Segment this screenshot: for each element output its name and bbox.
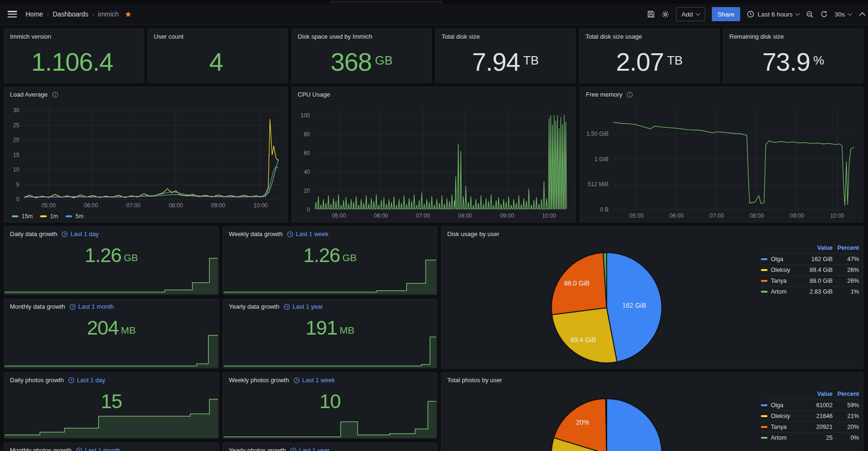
panel-title[interactable]: Remaining disk size — [724, 29, 863, 41]
time-override-link[interactable]: Last 1 year — [290, 447, 329, 451]
panel-total-disk-size: Total disk size 7.94TB — [435, 29, 576, 83]
clock-icon — [287, 231, 293, 238]
series-label[interactable]: Oleksiy — [761, 267, 797, 273]
panel-title[interactable]: Yearly photos growth Last 1 year — [223, 443, 437, 451]
legend-table-row[interactable]: Oleksiy89.4 GiB26% — [761, 264, 859, 275]
svg-text:07:00: 07:00 — [416, 213, 430, 219]
legend-item[interactable]: 15m — [12, 213, 33, 220]
legend-item[interactable]: 5m — [66, 213, 83, 220]
chevron-up-icon[interactable] — [858, 10, 867, 18]
svg-text:89.4 GiB: 89.4 GiB — [570, 336, 596, 344]
favorite-star-icon[interactable]: ★ — [125, 9, 132, 19]
svg-text:0 B: 0 B — [600, 206, 609, 213]
disk-usage-pie-chart[interactable]: 162 GiB89.4 GiB88.0 GiB — [442, 241, 759, 368]
series-percent: 20% — [833, 424, 859, 430]
legend-swatch — [66, 215, 72, 217]
panel-title[interactable]: Total disk size — [436, 29, 575, 41]
time-override-link[interactable]: Last 1 week — [287, 230, 328, 238]
panel-title[interactable]: Monthly data growth Last 1 month — [4, 299, 218, 311]
refresh-icon[interactable] — [820, 10, 828, 18]
svg-text:100: 100 — [300, 112, 310, 119]
series-color-chip — [761, 291, 768, 293]
total-photos-pie-chart[interactable]: 59%21%20% — [442, 387, 759, 451]
cpu-usage-chart[interactable]: 02040608010005:0006:0007:0008:0009:0010:… — [295, 101, 573, 220]
panel-title[interactable]: Load Average — [4, 87, 287, 98]
series-percent: 26% — [833, 278, 859, 284]
load-average-chart[interactable]: 05101520253005:0006:0007:0008:0009:0010:… — [7, 101, 284, 210]
series-percent: 59% — [833, 402, 859, 409]
time-override-link[interactable]: Last 1 month — [69, 303, 114, 311]
legend-table-row[interactable]: Tanya2092120% — [761, 421, 859, 432]
series-label[interactable]: Olga — [761, 256, 797, 262]
panel-total-photos-by-user: Total photos by user 59%21%20% Value Per… — [441, 372, 863, 451]
column-header-percent[interactable]: Percent — [833, 245, 859, 251]
gear-icon[interactable] — [661, 10, 669, 18]
panel-title[interactable]: User count — [148, 29, 287, 41]
nav-actions: Add Share Last 6 hours 30s — [647, 7, 862, 21]
panel-monthly-photos-growth: Monthly photos growth Last 1 month — [4, 443, 219, 451]
time-override-link[interactable]: Last 1 day — [68, 377, 105, 384]
legend-table-row[interactable]: Tanya88.0 GiB26% — [761, 275, 859, 286]
panel-title[interactable]: Monthly photos growth Last 1 month — [4, 443, 218, 451]
panel-title[interactable]: Yearly data growth Last 1 year — [223, 299, 437, 311]
legend-table-row[interactable]: Olga162 GiB47% — [761, 254, 859, 264]
series-color-chip — [761, 404, 768, 406]
panel-load-average: Load Average 05101520253005:0006:0007:00… — [4, 87, 288, 222]
panel-free-memory: Free memory 0 B512 MiB1 GiB1.50 GiB05:00… — [580, 87, 863, 222]
panel-cpu-usage: CPU Usage 02040608010005:0006:0007:0008:… — [292, 87, 576, 222]
column-header-value[interactable]: Value — [797, 391, 833, 397]
zoom-out-icon[interactable] — [806, 10, 814, 18]
panel-title[interactable]: Daily data growth Last 1 day — [4, 227, 218, 238]
legend-table-row[interactable]: Artom250% — [761, 432, 859, 443]
clock-icon — [284, 303, 290, 310]
panel-title[interactable]: Total disk size usage — [580, 29, 719, 41]
free-memory-chart[interactable]: 0 B512 MiB1 GiB1.50 GiB05:0006:0007:0008… — [583, 101, 860, 220]
time-override-link[interactable]: Last 1 month — [76, 447, 120, 451]
panel-title[interactable]: Free memory — [580, 87, 863, 98]
legend-table-row[interactable]: Artom2.83 GiB1% — [761, 286, 859, 297]
add-button[interactable]: Add — [676, 7, 705, 21]
series-label[interactable]: Artom — [761, 435, 797, 441]
panel-weekly-photos-growth: Weekly photos growth Last 1 week 10 — [223, 372, 437, 439]
refresh-interval-picker[interactable]: 30s — [835, 11, 851, 18]
svg-text:60: 60 — [304, 150, 310, 156]
panel-daily-data-growth: Daily data growth Last 1 day 1.26GB — [4, 226, 219, 295]
share-button[interactable]: Share — [712, 7, 740, 21]
panel-title[interactable]: Weekly data growth Last 1 week — [223, 227, 437, 238]
chevron-down-icon — [695, 11, 700, 16]
panel-disk-space-used: Disk space used by Immich 368GB — [292, 29, 432, 83]
panel-title[interactable]: Daily photos growth Last 1 day — [4, 373, 218, 384]
column-header-percent[interactable]: Percent — [833, 391, 859, 397]
series-label[interactable]: Tanya — [761, 424, 797, 430]
legend-item[interactable]: 1m — [40, 213, 58, 220]
series-label[interactable]: Tanya — [761, 278, 797, 284]
series-label[interactable]: Oleksiy — [761, 413, 797, 419]
menu-icon[interactable] — [8, 11, 17, 17]
breadcrumb-dashboards[interactable]: Dashboards — [53, 10, 89, 18]
svg-text:09:00: 09:00 — [500, 213, 514, 219]
legend-table-row[interactable]: Olga6100259% — [761, 400, 859, 410]
panel-title[interactable]: CPU Usage — [292, 87, 576, 98]
time-override-link[interactable]: Last 1 day — [61, 230, 99, 238]
series-label[interactable]: Olga — [761, 402, 797, 409]
series-percent: 26% — [833, 267, 859, 273]
time-override-link[interactable]: Last 1 year — [284, 303, 323, 311]
panel-title[interactable]: Disk space used by Immich — [292, 29, 431, 41]
panel-title[interactable]: Immich version — [4, 29, 143, 41]
info-icon[interactable] — [626, 91, 633, 98]
legend-table-header: Value Percent — [761, 244, 859, 254]
series-label[interactable]: Artom — [761, 288, 797, 295]
panel-title[interactable]: Disk usage by user — [442, 227, 863, 238]
time-override-link[interactable]: Last 1 week — [293, 377, 335, 384]
time-range-picker[interactable]: Last 6 hours — [747, 10, 799, 18]
series-percent: 1% — [833, 288, 859, 295]
column-header-value[interactable]: Value — [797, 245, 833, 251]
series-color-chip — [761, 258, 768, 260]
info-icon[interactable] — [52, 91, 58, 98]
save-icon[interactable] — [647, 10, 655, 18]
legend-table-row[interactable]: Oleksiy2164621% — [761, 410, 859, 421]
breadcrumb-home[interactable]: Home — [25, 10, 43, 18]
sparkline — [5, 257, 218, 294]
panel-title[interactable]: Weekly photos growth Last 1 week — [223, 373, 437, 384]
panel-title[interactable]: Total photos by user — [442, 373, 863, 384]
